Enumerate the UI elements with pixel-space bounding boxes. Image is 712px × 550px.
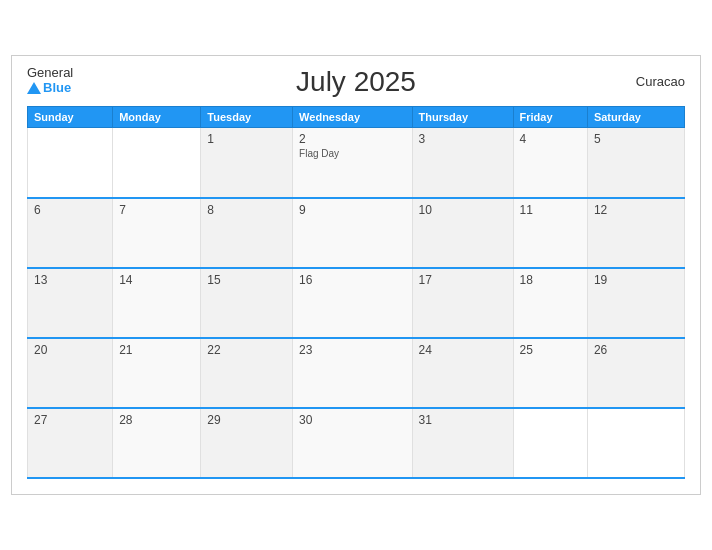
calendar-cell: 22 [201, 338, 293, 408]
calendar-cell: 31 [412, 408, 513, 478]
calendar-cell: 5 [587, 128, 684, 198]
logo-blue-text: Blue [27, 81, 73, 95]
calendar-cell: 1 [201, 128, 293, 198]
calendar-cell: 15 [201, 268, 293, 338]
calendar-cell: 26 [587, 338, 684, 408]
calendar-cell: 27 [28, 408, 113, 478]
column-header-tuesday: Tuesday [201, 107, 293, 128]
calendar-week-row: 13141516171819 [28, 268, 685, 338]
calendar-cell: 7 [113, 198, 201, 268]
day-number: 8 [207, 203, 286, 217]
logo-general-text: General [27, 66, 73, 80]
column-header-friday: Friday [513, 107, 587, 128]
calendar-cell: 2Flag Day [293, 128, 412, 198]
calendar-week-row: 2728293031 [28, 408, 685, 478]
calendar-cell: 11 [513, 198, 587, 268]
calendar-cell: 25 [513, 338, 587, 408]
day-number: 15 [207, 273, 286, 287]
holiday-label: Flag Day [299, 148, 405, 159]
day-number: 6 [34, 203, 106, 217]
calendar-cell: 30 [293, 408, 412, 478]
calendar-cell: 29 [201, 408, 293, 478]
calendar-header-row: SundayMondayTuesdayWednesdayThursdayFrid… [28, 107, 685, 128]
calendar-week-row: 12Flag Day345 [28, 128, 685, 198]
day-number: 1 [207, 132, 286, 146]
day-number: 2 [299, 132, 405, 146]
day-number: 28 [119, 413, 194, 427]
column-header-monday: Monday [113, 107, 201, 128]
calendar-week-row: 6789101112 [28, 198, 685, 268]
day-number: 7 [119, 203, 194, 217]
calendar-cell: 10 [412, 198, 513, 268]
calendar-cell [513, 408, 587, 478]
calendar-cell: 12 [587, 198, 684, 268]
logo: General Blue [27, 66, 73, 95]
calendar-title: July 2025 [296, 66, 416, 98]
column-header-saturday: Saturday [587, 107, 684, 128]
calendar-cell: 14 [113, 268, 201, 338]
day-number: 25 [520, 343, 581, 357]
column-header-sunday: Sunday [28, 107, 113, 128]
day-number: 17 [419, 273, 507, 287]
day-number: 31 [419, 413, 507, 427]
calendar-cell [587, 408, 684, 478]
day-number: 23 [299, 343, 405, 357]
day-number: 12 [594, 203, 678, 217]
day-number: 30 [299, 413, 405, 427]
calendar-cell: 28 [113, 408, 201, 478]
calendar-region: Curacao [636, 74, 685, 89]
day-number: 27 [34, 413, 106, 427]
calendar-cell: 17 [412, 268, 513, 338]
calendar-cell: 20 [28, 338, 113, 408]
calendar-container: General Blue July 2025 Curacao SundayMon… [11, 55, 701, 495]
calendar-cell: 9 [293, 198, 412, 268]
calendar-cell: 6 [28, 198, 113, 268]
calendar-cell [113, 128, 201, 198]
day-number: 13 [34, 273, 106, 287]
day-number: 29 [207, 413, 286, 427]
day-number: 11 [520, 203, 581, 217]
calendar-cell: 21 [113, 338, 201, 408]
calendar-cell: 8 [201, 198, 293, 268]
day-number: 26 [594, 343, 678, 357]
calendar-cell: 16 [293, 268, 412, 338]
calendar-cell: 18 [513, 268, 587, 338]
calendar-cell: 3 [412, 128, 513, 198]
day-number: 18 [520, 273, 581, 287]
day-number: 3 [419, 132, 507, 146]
column-header-wednesday: Wednesday [293, 107, 412, 128]
calendar-header: General Blue July 2025 Curacao [27, 66, 685, 98]
calendar-cell: 24 [412, 338, 513, 408]
logo-triangle-icon [27, 82, 41, 94]
calendar-cell: 4 [513, 128, 587, 198]
day-number: 20 [34, 343, 106, 357]
day-number: 24 [419, 343, 507, 357]
column-header-thursday: Thursday [412, 107, 513, 128]
day-number: 22 [207, 343, 286, 357]
calendar-cell: 19 [587, 268, 684, 338]
day-number: 14 [119, 273, 194, 287]
day-number: 5 [594, 132, 678, 146]
day-number: 9 [299, 203, 405, 217]
calendar-grid: SundayMondayTuesdayWednesdayThursdayFrid… [27, 106, 685, 479]
day-number: 4 [520, 132, 581, 146]
day-number: 19 [594, 273, 678, 287]
calendar-cell [28, 128, 113, 198]
calendar-cell: 23 [293, 338, 412, 408]
calendar-week-row: 20212223242526 [28, 338, 685, 408]
day-number: 21 [119, 343, 194, 357]
day-number: 10 [419, 203, 507, 217]
calendar-cell: 13 [28, 268, 113, 338]
day-number: 16 [299, 273, 405, 287]
